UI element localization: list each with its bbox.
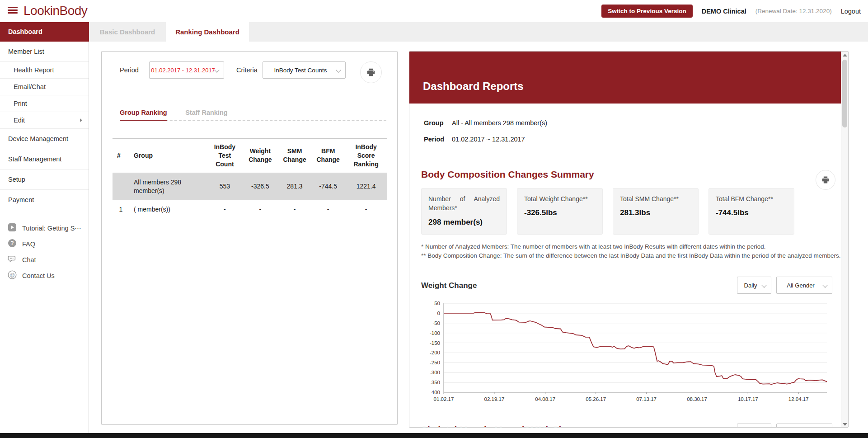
svg-text:-300: -300 <box>430 370 440 375</box>
tab-group-ranking[interactable]: Group Ranking <box>120 109 167 121</box>
report-title: Dashboard Reports <box>423 80 524 93</box>
summary-cards: Number of Analyzed Members*298 member(s)… <box>421 188 794 235</box>
svg-text:12.04.17: 12.04.17 <box>788 396 809 402</box>
summary-card-total-smm-change: Total SMM Change**281.3lbs <box>613 188 699 235</box>
report-panel: Dashboard Reports GroupAll - All members… <box>409 51 849 428</box>
svg-text:50: 50 <box>434 301 440 306</box>
svg-text:10.17.17: 10.17.17 <box>738 396 758 402</box>
weight-change-chart: 500-50-100-150-200-250-300-350-40001.02.… <box>421 298 837 404</box>
svg-text:-250: -250 <box>430 360 440 365</box>
sidebar-item-payment[interactable]: Payment <box>0 190 89 210</box>
interval-select[interactable]: Daily <box>737 277 771 294</box>
sidebar: Member ListHealth ReportEmail/ChatPrintE… <box>0 42 89 433</box>
renewal-date: (Renewal Date: 12.31.2020) <box>755 8 832 14</box>
sidebar-menu: Member ListHealth ReportEmail/ChatPrintE… <box>0 42 89 210</box>
hamburger-menu-icon[interactable] <box>8 7 18 14</box>
svg-text:-400: -400 <box>430 390 440 395</box>
sidebar-item-health-report[interactable]: Health Report <box>0 62 89 79</box>
svg-text:02.19.17: 02.19.17 <box>484 396 505 402</box>
sidebar-help-menu: Tutorial: Getting S⋯?FAQChat@Contact Us <box>0 220 89 283</box>
svg-text:@: @ <box>9 272 15 278</box>
summary-card-number-of-analyzed-members: Number of Analyzed Members*298 member(s) <box>421 188 507 235</box>
app-logo[interactable]: LookinBody <box>23 4 87 18</box>
svg-text:-50: -50 <box>432 320 440 326</box>
sidebar-help-chat[interactable]: Chat <box>0 252 89 268</box>
smm-gender-select[interactable] <box>776 424 832 428</box>
column-header-: # <box>113 139 129 173</box>
line-chart-svg: 500-50-100-150-200-250-300-350-40001.02.… <box>421 298 837 404</box>
tab-ranking-dashboard[interactable]: Ranking Dashboard <box>166 22 249 42</box>
summary-footnotes: * Number of Analyzed Members: The number… <box>421 242 841 261</box>
sidebar-item-setup[interactable]: Setup <box>0 170 89 190</box>
footnote: ** Body Composition Change: The sum of t… <box>421 251 841 260</box>
svg-text:-150: -150 <box>430 340 440 346</box>
print-report-button[interactable] <box>816 170 835 190</box>
sidebar-help-contact-us[interactable]: @Contact Us <box>0 268 89 283</box>
period-label: Period <box>120 66 139 74</box>
printer-icon <box>821 175 830 184</box>
svg-text:07.13.17: 07.13.17 <box>636 396 657 402</box>
switch-version-button[interactable]: Switch to Previous Version <box>601 5 692 18</box>
printer-icon <box>366 67 376 77</box>
sidebar-item-member-list[interactable]: Member List <box>0 42 89 62</box>
report-group-row: GroupAll - All members 298 member(s) <box>424 119 547 127</box>
report-header-band: Dashboard Reports <box>409 52 848 104</box>
logout-link[interactable]: Logout <box>841 8 861 15</box>
sidebar-item-email-chat[interactable]: Email/Chat <box>0 79 89 95</box>
sidebar-item-staff-management[interactable]: Staff Management <box>0 149 89 170</box>
table-row[interactable]: All members 298 member(s)553-326.5281.3-… <box>113 173 387 200</box>
sidebar-item-device-management[interactable]: Device Management <box>0 129 89 149</box>
chevron-down-icon <box>336 67 341 72</box>
scroll-up-arrow[interactable] <box>843 54 847 57</box>
criteria-select[interactable]: InBody Test Counts <box>263 61 346 79</box>
column-header-weight-change: Weight Change <box>243 139 278 173</box>
footnote: * Number of Analyzed Members: The number… <box>421 242 841 251</box>
column-header-inbody-score-ranking: InBody Score Ranking <box>345 139 387 173</box>
svg-text:0: 0 <box>437 311 440 316</box>
sidebar-item-print[interactable]: Print <box>0 95 89 112</box>
period-label: Period <box>424 136 446 143</box>
account-name: DEMO Clinical <box>702 8 746 15</box>
ranking-table-head: #GroupInBody Test CountWeight ChangeSMM … <box>113 139 387 173</box>
criteria-label: Criteria <box>236 66 258 74</box>
svg-text:05.26.17: 05.26.17 <box>586 396 606 402</box>
tab-staff-ranking[interactable]: Staff Ranking <box>185 109 227 120</box>
svg-text:04.08.17: 04.08.17 <box>535 396 555 402</box>
summary-card-total-weight-change: Total Weight Change**-326.5lbs <box>517 188 603 235</box>
sidebar-help-faq[interactable]: ?FAQ <box>0 236 89 252</box>
ranking-tabs: Group Ranking Staff Ranking <box>120 108 386 121</box>
group-label: Group <box>424 119 446 127</box>
summary-title: Body Composition Changes Summary <box>421 169 594 180</box>
sidebar-header-dashboard[interactable]: Dashboard <box>0 22 89 42</box>
svg-text:-100: -100 <box>430 330 440 336</box>
report-scrollbar[interactable] <box>841 52 848 428</box>
smm-section-title: Skeletal Muscle Mass (SMM) Ch <box>421 424 564 428</box>
svg-text:08.30.17: 08.30.17 <box>687 396 707 402</box>
ranking-table-body: All members 298 member(s)553-326.5281.3-… <box>113 173 387 219</box>
svg-text:-200: -200 <box>430 350 440 355</box>
report-period-row: Period01.02.2017 ~ 12.31.2017 <box>424 136 525 143</box>
submenu-arrow-icon <box>80 118 82 122</box>
column-header-group: Group <box>129 139 207 173</box>
weight-change-title: Weight Change <box>421 281 477 290</box>
scroll-thumb[interactable] <box>842 60 847 127</box>
scroll-down-arrow[interactable] <box>843 423 847 426</box>
print-button[interactable] <box>360 61 382 83</box>
sidebar-help-tutorial-getting-s[interactable]: Tutorial: Getting S⋯ <box>0 220 89 236</box>
gender-select[interactable]: All Gender <box>776 277 832 294</box>
question-icon: ? <box>8 239 17 249</box>
table-row[interactable]: 1( member(s))----- <box>113 200 387 219</box>
sidebar-item-edit[interactable]: Edit <box>0 112 89 129</box>
tab-basic-dashboard[interactable]: Basic Dashboard <box>89 22 166 42</box>
column-header-inbody-test-count: InBody Test Count <box>207 139 242 173</box>
period-select[interactable]: 01.02.2017 - 12.31.2017 <box>149 61 224 79</box>
smm-interval-select[interactable] <box>737 424 771 428</box>
top-header: LookinBody Switch to Previous Version DE… <box>0 0 868 22</box>
at-icon: @ <box>8 270 17 281</box>
svg-text:-350: -350 <box>430 380 440 385</box>
group-value: All - All members 298 member(s) <box>452 119 547 127</box>
svg-text:01.02.17: 01.02.17 <box>434 396 454 402</box>
chat-icon <box>8 254 17 265</box>
ranking-table: #GroupInBody Test CountWeight ChangeSMM … <box>113 138 387 219</box>
play-icon <box>8 223 17 233</box>
